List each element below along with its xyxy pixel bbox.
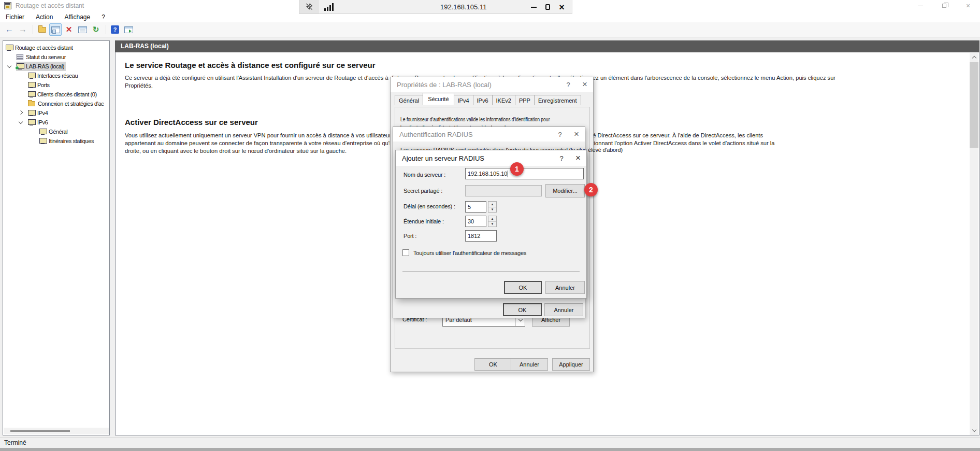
minimize-icon	[531, 7, 537, 8]
tree-item-label: Routage et accès distant	[15, 45, 73, 51]
shared-secret-input	[465, 185, 542, 196]
spin-up-icon[interactable]: ▲	[488, 202, 496, 207]
close-button[interactable]: ×	[956, 0, 980, 11]
show-action-pane-button[interactable]	[122, 23, 135, 36]
routing-remote-access-window: Routage et accès distant × 192.168.105.1…	[0, 0, 980, 451]
chevron-down-icon[interactable]	[19, 120, 23, 124]
apply-button[interactable]: Appliquer	[552, 358, 590, 371]
menu-affichage[interactable]: Affichage	[59, 13, 96, 21]
spin-down-icon[interactable]: ▼	[488, 207, 496, 213]
refresh-button[interactable]: ↻	[90, 23, 102, 36]
initial-score-input[interactable]: 30	[465, 216, 486, 227]
tab-general[interactable]: Général	[395, 95, 423, 105]
server-name-label: Nom du serveur :	[403, 172, 445, 178]
app-icon	[4, 2, 11, 9]
modify-secret-button[interactable]: Modifier...	[545, 184, 585, 198]
shared-secret-label: Secret partagé :	[403, 188, 442, 194]
ipv6-icon	[28, 119, 35, 125]
cancel-button[interactable]: Annuler	[545, 281, 585, 294]
timeout-input[interactable]: 5	[465, 201, 486, 213]
tree-item-label: IPv4	[37, 110, 48, 116]
tab-enregistrement[interactable]: Enregistrement	[534, 95, 581, 105]
spin-up-icon[interactable]: ▲	[488, 216, 496, 222]
rdp-address: 192.168.105.11	[440, 3, 486, 11]
rdp-minimize-button[interactable]	[527, 0, 541, 14]
forward-button[interactable]: →	[17, 23, 29, 36]
tab-securite[interactable]: Sécurité	[423, 93, 454, 105]
dialog-close-button[interactable]: ×	[577, 79, 593, 90]
properties-button[interactable]	[76, 23, 89, 36]
dialog-help-button[interactable]: ?	[553, 154, 570, 162]
initial-score-stepper[interactable]: ▲▼	[488, 216, 497, 227]
tree-item-label: Général	[49, 129, 67, 135]
tab-ppp[interactable]: PPP	[515, 95, 535, 105]
tree-item-ports[interactable]: Ports	[3, 80, 109, 90]
dialog-close-button[interactable]: ×	[570, 153, 586, 163]
console-tree-icon	[51, 26, 60, 33]
rdp-restore-button[interactable]	[541, 0, 555, 14]
rdp-close-button[interactable]: ×	[555, 0, 569, 14]
scroll-up-button[interactable]	[970, 53, 978, 62]
spin-down-icon[interactable]: ▼	[488, 222, 496, 227]
back-button[interactable]: ←	[3, 23, 16, 36]
scrollbar-thumb[interactable]	[10, 430, 70, 432]
tree-item-clients-acces-distant[interactable]: Clients d'accès distant (0)	[3, 90, 109, 99]
chevron-right-icon[interactable]	[19, 110, 23, 115]
section-title-service-configured: Le service Routage et accès à distance e…	[125, 61, 376, 69]
dialog-help-button[interactable]: ?	[560, 81, 577, 89]
server-name-input[interactable]: 192.168.105.10	[465, 168, 584, 179]
restore-icon	[545, 4, 550, 10]
toolbar-separator	[33, 25, 33, 34]
tree-item-ipv4[interactable]: IPv4	[3, 108, 109, 118]
scroll-down-button[interactable]	[970, 426, 978, 435]
ok-button[interactable]: OK	[474, 358, 512, 371]
delete-button[interactable]: ✕	[63, 23, 75, 36]
tree-item-statut-du-serveur[interactable]: Statut du serveur	[3, 52, 109, 62]
tree-item-label: Connexion et stratégies d'ac	[38, 101, 104, 107]
scrollbar-thumb[interactable]	[970, 62, 978, 148]
refresh-icon: ↻	[93, 25, 99, 34]
minimize-button[interactable]	[909, 0, 932, 11]
pin-button[interactable]	[299, 0, 319, 13]
auth-provider-text-line: Le fournisseur d'authentifications valid…	[400, 116, 550, 122]
cancel-button[interactable]: Annuler	[544, 303, 583, 316]
console-tree: Routage et accès distant Statut du serve…	[3, 40, 110, 435]
timeout-stepper[interactable]: ▲▼	[488, 201, 497, 213]
cancel-button[interactable]: Annuler	[511, 358, 548, 371]
restore-button[interactable]	[932, 0, 956, 11]
dialog-help-button[interactable]: ?	[552, 131, 568, 138]
tab-ipv6[interactable]: IPv6	[473, 95, 493, 105]
tree-item-root[interactable]: Routage et accès distant	[3, 43, 109, 52]
restore-icon	[942, 4, 946, 8]
up-one-level-button[interactable]	[36, 23, 48, 36]
chevron-up-icon	[972, 56, 976, 60]
tree-item-label: Statut du serveur	[26, 54, 66, 60]
tab-ipv4[interactable]: IPv4	[454, 95, 473, 105]
tree-item-connexion-strategies[interactable]: Connexion et stratégies d'ac	[3, 99, 109, 108]
tree-item-general[interactable]: Général	[3, 127, 109, 136]
vertical-scrollbar[interactable]	[970, 53, 978, 435]
tree-item-interfaces-reseau[interactable]: Interfaces réseau	[3, 71, 109, 80]
show-console-tree-button[interactable]	[49, 23, 62, 36]
dialog-close-button[interactable]: ×	[568, 129, 585, 139]
tree-item-itineraires-statiques[interactable]: Itinéraires statiques	[3, 136, 109, 146]
dialog-title-bar: Authentification RADIUS ? ×	[393, 127, 585, 142]
rdp-controls: ×	[527, 0, 569, 14]
ok-button[interactable]: OK	[504, 281, 542, 294]
menu-help[interactable]: ?	[96, 13, 111, 21]
server-name-value: 192.168.105.10	[468, 171, 507, 177]
horizontal-scrollbar[interactable]	[4, 428, 109, 434]
help-button[interactable]: ?	[109, 23, 121, 36]
annotation-badge-1: 1	[510, 162, 524, 176]
minimize-icon	[918, 6, 923, 6]
menu-fichier[interactable]: Fichier	[0, 13, 30, 21]
port-input[interactable]: 1812	[465, 230, 497, 242]
initial-score-label: Étendue initiale :	[403, 218, 444, 224]
menu-action[interactable]: Action	[30, 13, 59, 21]
tree-item-ipv6[interactable]: IPv6	[3, 118, 109, 127]
tree-item-lab-ras[interactable]: LAB-RAS (local)	[3, 62, 109, 71]
ok-button[interactable]: OK	[503, 303, 542, 316]
tab-ikev2[interactable]: IKEv2	[492, 95, 515, 105]
message-authenticator-checkbox[interactable]	[402, 249, 409, 256]
chevron-down-icon[interactable]	[7, 64, 11, 68]
